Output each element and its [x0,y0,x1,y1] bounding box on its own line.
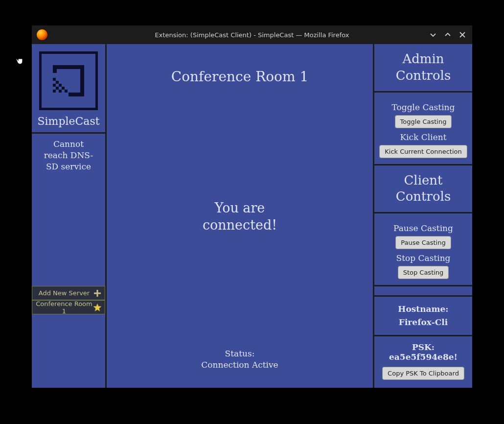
svg-rect-11 [56,81,59,84]
pause-casting-button[interactable]: Pause Casting [395,236,451,249]
svg-rect-10 [53,78,56,81]
svg-rect-4 [69,93,84,96]
room-title: Conference Room 1 [171,69,308,85]
add-server-label: Add New Server [35,289,93,297]
app-logo [39,51,98,110]
window-title: Extension: (SimpleCast Client) - SimpleC… [32,31,472,39]
svg-rect-12 [62,87,65,90]
stop-casting-label: Stop Casting [378,253,468,263]
svg-rect-8 [56,87,59,90]
server-item-label: Conference Room 1 [35,300,93,315]
admin-controls: Toggle Casting Toggle Casting Kick Clien… [374,93,472,164]
app-window: Extension: (SimpleCast Client) - SimpleC… [32,25,472,388]
copy-psk-button[interactable]: Copy PSK To Clipboard [382,367,464,380]
sidebar: SimpleCast Cannot reach DNS-SD service A… [32,44,105,388]
pause-casting-label: Pause Casting [378,223,468,233]
kick-client-label: Kick Client [378,132,468,142]
client-controls: Pause Casting Pause Casting Stop Casting… [374,213,472,285]
server-item-conference-room-1[interactable]: Conference Room 1 [32,300,105,314]
toggle-casting-label: Toggle Casting [378,102,468,112]
add-server-button[interactable]: Add New Server [32,286,105,300]
svg-rect-9 [59,90,62,93]
svg-rect-14 [59,84,62,87]
plus-icon [93,289,102,298]
connected-message: You areconnected! [203,199,277,234]
svg-rect-6 [53,90,56,93]
logo-box: SimpleCast [32,44,105,134]
cast-icon [49,61,88,100]
svg-rect-13 [65,90,68,93]
connection-status: Status: Connection Active [201,348,278,371]
admin-controls-header: Admin Controls [374,44,472,91]
psk-value: PSK: ea5e5f594e8e! [378,342,468,362]
title-bar: Extension: (SimpleCast Client) - SimpleC… [32,25,472,44]
psk-info: PSK: ea5e5f594e8e! Copy PSK To Clipboard [374,336,472,388]
svg-rect-5 [53,65,57,73]
svg-rect-2 [53,65,84,69]
star-icon [93,303,102,312]
svg-rect-3 [80,65,84,93]
main-panel: Conference Room 1 You areconnected! Stat… [107,44,373,388]
stop-casting-button[interactable]: Stop Casting [398,266,449,279]
cursor-hand-icon [15,53,26,66]
svg-rect-7 [53,84,56,87]
svg-marker-17 [93,304,101,311]
app-body: SimpleCast Cannot reach DNS-SD service A… [32,44,472,388]
kick-client-button[interactable]: Kick Current Connection [379,145,467,158]
client-controls-header: Client Controls [374,165,472,212]
app-name: SimpleCast [37,115,100,127]
right-panel: Admin Controls Toggle Casting Toggle Cas… [374,44,472,388]
toggle-casting-button[interactable]: Toggle Casting [395,115,452,128]
dns-sd-status: Cannot reach DNS-SD service [32,134,105,177]
hostname-info: Hostname: Firefox-Cli [374,297,472,335]
